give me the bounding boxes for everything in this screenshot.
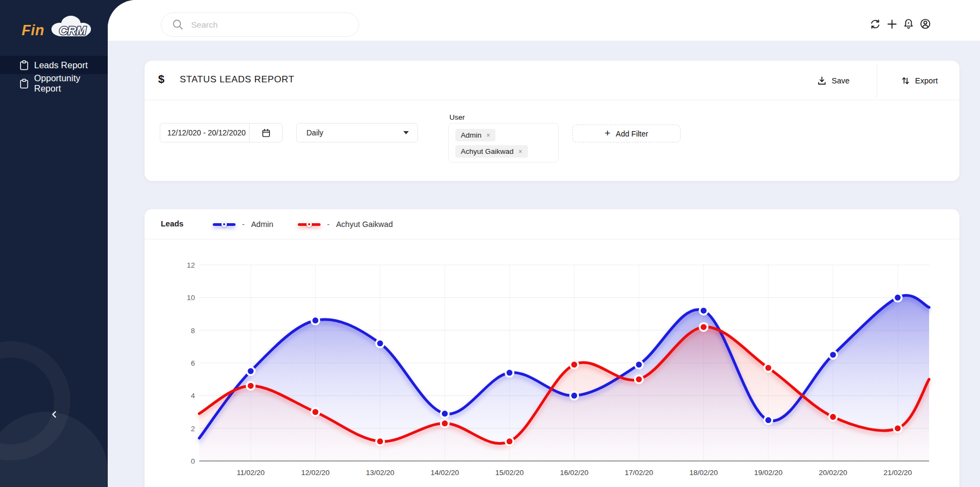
svg-text:21/02/20: 21/02/20: [884, 469, 912, 477]
report-clipboard-icon: [19, 79, 29, 89]
report-actions: Save Export: [817, 61, 959, 100]
chevron-left-icon: [50, 410, 58, 419]
legend-title: Leads: [161, 219, 184, 228]
svg-text:12: 12: [187, 261, 195, 269]
date-range-picker[interactable]: 12/12/020 - 20/12/2020: [160, 123, 283, 142]
sidebar-menu: Leads Report Opportunity Report: [0, 56, 108, 93]
frequency-select[interactable]: Daily: [296, 123, 418, 142]
topbar-actions: [869, 18, 931, 30]
account-button[interactable]: [919, 18, 931, 30]
achyut-series-marker: [298, 223, 321, 226]
calendar-icon: [262, 128, 271, 138]
actions-divider: [877, 64, 877, 98]
user-filter-box[interactable]: Admin × Achyut Gaikwad ×: [448, 123, 559, 163]
app-root: Fin CRM Leads Report: [0, 0, 980, 487]
export-button[interactable]: Export: [901, 76, 938, 86]
remove-chip-icon[interactable]: ×: [486, 132, 490, 139]
add-filter-label: Add Filter: [616, 129, 648, 138]
svg-text:4: 4: [191, 392, 195, 400]
legend-series-name: Achyut Gaikwad: [336, 220, 393, 229]
download-icon: [817, 76, 827, 86]
user-chip-admin[interactable]: Admin ×: [455, 129, 495, 141]
user-chip-achyut-gaikwad[interactable]: Achyut Gaikwad ×: [455, 145, 528, 158]
legend-separator: -: [242, 220, 245, 229]
frequency-value: Daily: [306, 128, 323, 137]
bell-icon: [903, 18, 914, 29]
status-leads-report-card: $ STATUS LEADS REPORT Save: [145, 61, 959, 181]
svg-text:CRM: CRM: [59, 24, 87, 37]
logo-crm-cloud: CRM: [47, 12, 96, 43]
svg-text:6: 6: [191, 359, 195, 367]
sort-arrows-icon: [901, 76, 910, 86]
report-title-row: $ STATUS LEADS REPORT Save: [145, 61, 959, 100]
report-clipboard-icon: [19, 60, 29, 70]
export-label: Export: [915, 76, 938, 85]
leads-chart-card: Leads - Admin - Achyut Gaikwad 024681012…: [145, 209, 959, 487]
user-filter-label: User: [449, 113, 465, 121]
legend-item-achyut-gaikwad[interactable]: - Achyut Gaikwad: [298, 209, 393, 239]
svg-text:8: 8: [191, 327, 195, 335]
sidebar-item-leads-report[interactable]: Leads Report: [0, 56, 108, 74]
plus-icon: +: [605, 128, 611, 138]
svg-text:12/02/20: 12/02/20: [301, 469, 330, 477]
chip-label: Achyut Gaikwad: [461, 147, 514, 155]
svg-text:20/02/20: 20/02/20: [819, 469, 847, 477]
sidebar: Fin CRM Leads Report: [0, 0, 108, 487]
topbar: [108, 0, 980, 41]
legend-separator: -: [327, 220, 330, 229]
admin-series-marker: [213, 223, 236, 226]
chevron-down-icon: [403, 131, 409, 134]
svg-text:14/02/20: 14/02/20: [430, 469, 459, 477]
sidebar-item-opportunity-report[interactable]: Opportunity Report: [0, 74, 108, 93]
sidebar-collapse-button[interactable]: [0, 410, 108, 421]
refresh-button[interactable]: [869, 18, 881, 30]
title-divider: [145, 100, 959, 100]
add-button[interactable]: [886, 18, 898, 30]
save-button[interactable]: Save: [817, 76, 850, 86]
svg-text:16/02/20: 16/02/20: [560, 469, 589, 477]
chart-legend: Leads - Admin - Achyut Gaikwad: [145, 209, 959, 239]
add-filter-button[interactable]: + Add Filter: [572, 125, 681, 142]
save-label: Save: [832, 76, 850, 85]
svg-text:18/02/20: 18/02/20: [689, 469, 718, 477]
search-bar[interactable]: [161, 12, 359, 37]
svg-text:13/02/20: 13/02/20: [366, 469, 395, 477]
chip-label: Admin: [461, 131, 481, 139]
sidebar-item-label: Leads Report: [34, 60, 88, 70]
date-range-value: 12/12/020 - 20/12/2020: [160, 128, 249, 137]
legend-item-admin[interactable]: - Admin: [213, 209, 273, 239]
plus-icon: [887, 19, 897, 29]
svg-text:0: 0: [191, 457, 195, 465]
app-logo: Fin CRM: [22, 12, 96, 43]
svg-text:11/02/20: 11/02/20: [237, 469, 265, 477]
sidebar-decoration-circle: [0, 412, 108, 487]
leads-area-chart: 02468101211/02/2012/02/2013/02/2014/02/2…: [145, 240, 959, 487]
page-title: STATUS LEADS REPORT: [180, 74, 295, 85]
content-area: $ STATUS LEADS REPORT Save: [108, 0, 980, 487]
logo-fin-text: Fin: [22, 17, 44, 39]
calendar-button[interactable]: [250, 128, 282, 138]
dollar-icon: $: [158, 73, 165, 86]
notifications-button[interactable]: [903, 18, 914, 30]
search-input[interactable]: [191, 20, 343, 30]
svg-text:15/02/20: 15/02/20: [495, 469, 524, 477]
svg-text:19/02/20: 19/02/20: [754, 469, 783, 477]
svg-text:2: 2: [191, 425, 195, 433]
legend-series-name: Admin: [251, 220, 273, 229]
svg-text:10: 10: [187, 294, 195, 302]
remove-chip-icon[interactable]: ×: [519, 148, 522, 155]
svg-text:17/02/20: 17/02/20: [625, 469, 654, 477]
sidebar-item-label: Opportunity Report: [34, 73, 108, 94]
refresh-icon: [870, 19, 880, 29]
search-icon: [172, 19, 184, 30]
user-account-icon: [920, 18, 931, 29]
legend-divider: [145, 239, 959, 239]
